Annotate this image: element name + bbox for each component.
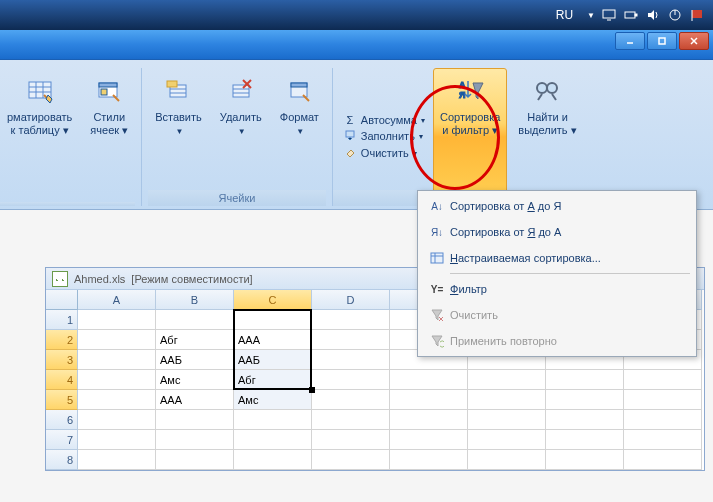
cell[interactable] — [78, 330, 156, 350]
flag-icon[interactable] — [689, 7, 705, 23]
cell[interactable] — [390, 390, 468, 410]
row-header[interactable]: 5 — [46, 390, 78, 410]
cell[interactable] — [390, 430, 468, 450]
volume-icon[interactable] — [645, 7, 661, 23]
cell[interactable] — [312, 430, 390, 450]
cell[interactable] — [234, 410, 312, 430]
cell[interactable] — [390, 370, 468, 390]
close-button[interactable] — [679, 32, 709, 50]
cell[interactable] — [156, 310, 234, 330]
cell[interactable] — [234, 430, 312, 450]
cell[interactable] — [624, 410, 702, 430]
row-header[interactable]: 8 — [46, 450, 78, 470]
cell-styles-button[interactable]: Стили ячеек ▾ — [83, 68, 135, 202]
svg-text:А: А — [459, 80, 466, 90]
cell[interactable] — [78, 390, 156, 410]
cell[interactable] — [468, 410, 546, 430]
cell[interactable] — [468, 430, 546, 450]
menu-sort-za[interactable]: Я↓ Сортировка от Я до А — [420, 219, 694, 245]
cell[interactable]: Абг — [156, 330, 234, 350]
column-header[interactable]: B — [156, 290, 234, 310]
cell[interactable] — [156, 430, 234, 450]
cell[interactable] — [390, 450, 468, 470]
language-indicator[interactable]: RU — [556, 8, 573, 22]
cell[interactable] — [156, 450, 234, 470]
cell[interactable] — [468, 370, 546, 390]
cell[interactable]: ААА — [156, 390, 234, 410]
cell[interactable] — [78, 310, 156, 330]
cell[interactable] — [234, 310, 312, 330]
power-icon[interactable] — [667, 7, 683, 23]
ribbon-group-editing: ΣАвтосумма▾ Заполнить▾ Очистить▾ А Я Сор… — [333, 68, 590, 206]
menu-custom-sort[interactable]: Настраиваемая сортировка... — [420, 245, 694, 271]
row-header[interactable]: 4 — [46, 370, 78, 390]
cell[interactable] — [78, 450, 156, 470]
column-header[interactable]: A — [78, 290, 156, 310]
menu-filter[interactable]: Y= Фильтр — [420, 276, 694, 302]
menu-sort-az[interactable]: А↓ Сортировка от А до Я — [420, 193, 694, 219]
row-header[interactable]: 7 — [46, 430, 78, 450]
insert-button[interactable]: Вставить▼ — [148, 68, 209, 190]
cell[interactable] — [546, 410, 624, 430]
svg-rect-18 — [99, 83, 117, 87]
delete-button[interactable]: Удалить▼ — [213, 68, 269, 190]
cell[interactable]: ААБ — [156, 350, 234, 370]
cell[interactable] — [624, 370, 702, 390]
cell[interactable] — [546, 390, 624, 410]
menu-reapply-label: Применить повторно — [450, 335, 557, 347]
cell[interactable]: Амс — [234, 390, 312, 410]
custom-sort-icon — [424, 251, 450, 265]
clear-button[interactable]: Очистить▾ — [343, 146, 425, 160]
svg-rect-3 — [635, 14, 637, 16]
ribbon-group-styles: рматировать к таблицу ▾ Стили ячеек ▾ — [0, 68, 142, 206]
delete-label: Удалить — [220, 111, 262, 123]
cell[interactable] — [78, 430, 156, 450]
cell[interactable] — [624, 450, 702, 470]
screen-icon[interactable] — [601, 7, 617, 23]
sort-filter-button[interactable]: А Я Сортировка и фильтр ▾ — [433, 68, 507, 206]
cell[interactable]: Абг — [234, 370, 312, 390]
cell[interactable] — [468, 390, 546, 410]
cell[interactable] — [312, 330, 390, 350]
cell[interactable] — [546, 450, 624, 470]
cell[interactable] — [312, 450, 390, 470]
cell[interactable]: Амс — [156, 370, 234, 390]
cell[interactable] — [546, 430, 624, 450]
cell[interactable] — [312, 390, 390, 410]
cell[interactable] — [312, 310, 390, 330]
cell[interactable] — [156, 410, 234, 430]
row-header[interactable]: 2 — [46, 330, 78, 350]
row-header[interactable]: 3 — [46, 350, 78, 370]
fill-button[interactable]: Заполнить▾ — [343, 129, 425, 143]
cell[interactable] — [624, 390, 702, 410]
maximize-button[interactable] — [647, 32, 677, 50]
cell[interactable] — [624, 430, 702, 450]
row-header[interactable]: 1 — [46, 310, 78, 330]
battery-icon[interactable] — [623, 7, 639, 23]
column-header[interactable]: D — [312, 290, 390, 310]
menu-sort-za-label: Сортировка от Я до А — [450, 226, 561, 238]
minimize-button[interactable] — [615, 32, 645, 50]
find-select-button[interactable]: Найти и выделить ▾ — [511, 68, 583, 206]
autosum-button[interactable]: ΣАвтосумма▾ — [343, 114, 425, 126]
cell[interactable] — [312, 350, 390, 370]
format-as-table-button[interactable]: рматировать к таблицу ▾ — [0, 68, 79, 202]
select-all-corner[interactable] — [46, 290, 78, 310]
format-button[interactable]: Формат▼ — [273, 68, 326, 190]
cell[interactable] — [312, 410, 390, 430]
cell[interactable] — [546, 370, 624, 390]
cell[interactable] — [312, 370, 390, 390]
cell[interactable] — [390, 410, 468, 430]
cell[interactable]: ААБ — [234, 350, 312, 370]
column-header[interactable]: C — [234, 290, 312, 310]
svg-rect-31 — [346, 131, 354, 137]
cell[interactable] — [78, 410, 156, 430]
cell[interactable] — [468, 450, 546, 470]
cell[interactable] — [78, 350, 156, 370]
fill-handle[interactable] — [309, 387, 315, 393]
cell[interactable]: ААА — [234, 330, 312, 350]
cell[interactable] — [78, 370, 156, 390]
row-header[interactable]: 6 — [46, 410, 78, 430]
svg-rect-24 — [233, 85, 249, 97]
cell[interactable] — [234, 450, 312, 470]
